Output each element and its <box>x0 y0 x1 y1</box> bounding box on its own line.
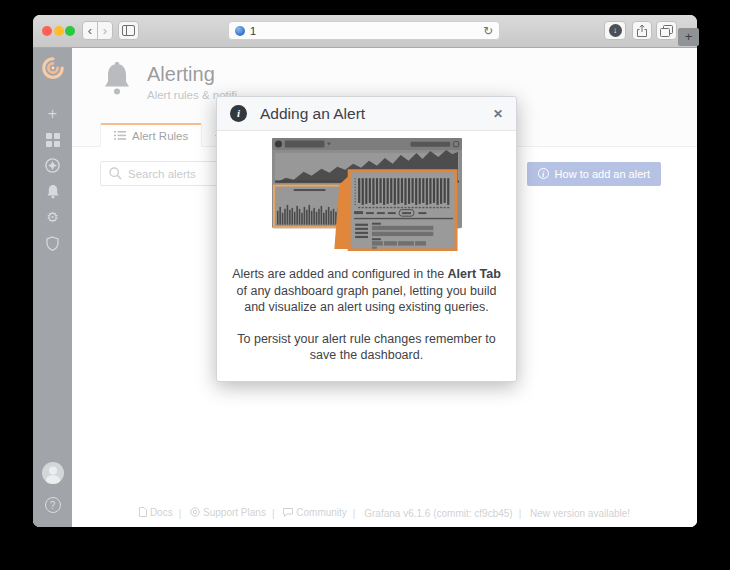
forward-chevron-icon: › <box>103 23 107 38</box>
forward-button[interactable]: › <box>97 21 113 40</box>
modal-title: Adding an Alert <box>260 105 365 123</box>
downloads-button[interactable]: ↓ <box>604 21 626 40</box>
grafana-app: + ⚙ <box>33 48 697 527</box>
browser-titlebar: ‹ › 1 ↻ ↓ <box>33 15 697 48</box>
zoom-window-button[interactable] <box>65 26 75 36</box>
minimize-window-button[interactable] <box>54 26 64 36</box>
address-bar[interactable]: 1 ↻ <box>228 21 500 40</box>
globe-favicon-icon <box>235 26 245 36</box>
alert-tab-illustration <box>272 138 462 251</box>
reload-icon[interactable]: ↻ <box>483 24 493 38</box>
tab-overview-button[interactable] <box>656 21 677 40</box>
modal-body: Alerts are added and configured in the A… <box>217 138 516 364</box>
download-icon: ↓ <box>609 24 622 37</box>
share-button[interactable] <box>632 21 652 40</box>
alert-tab-bold: Alert Tab <box>448 267 501 281</box>
tab-overview-icon <box>660 25 673 37</box>
screen: ‹ › 1 ↻ ↓ <box>0 0 730 570</box>
new-tab-button[interactable]: + <box>678 28 699 46</box>
modal-paragraph-1: Alerts are added and configured in the A… <box>229 266 505 316</box>
sidebar-toggle-button[interactable] <box>118 21 139 40</box>
sidebar-toggle-icon <box>122 25 135 36</box>
url-text: 1 <box>250 25 483 37</box>
modal-close-button[interactable]: ✕ <box>493 107 503 121</box>
browser-window: ‹ › 1 ↻ ↓ <box>33 15 697 527</box>
modal-header: i Adding an Alert ✕ <box>217 97 516 131</box>
adding-an-alert-modal: i Adding an Alert ✕ <box>216 96 517 382</box>
back-chevron-icon: ‹ <box>88 23 92 38</box>
info-circle-icon: i <box>230 105 247 122</box>
close-window-button[interactable] <box>42 26 52 36</box>
back-button[interactable]: ‹ <box>82 21 98 40</box>
share-icon <box>636 24 648 37</box>
modal-paragraph-2: To persist your alert rule changes remem… <box>229 331 505 364</box>
